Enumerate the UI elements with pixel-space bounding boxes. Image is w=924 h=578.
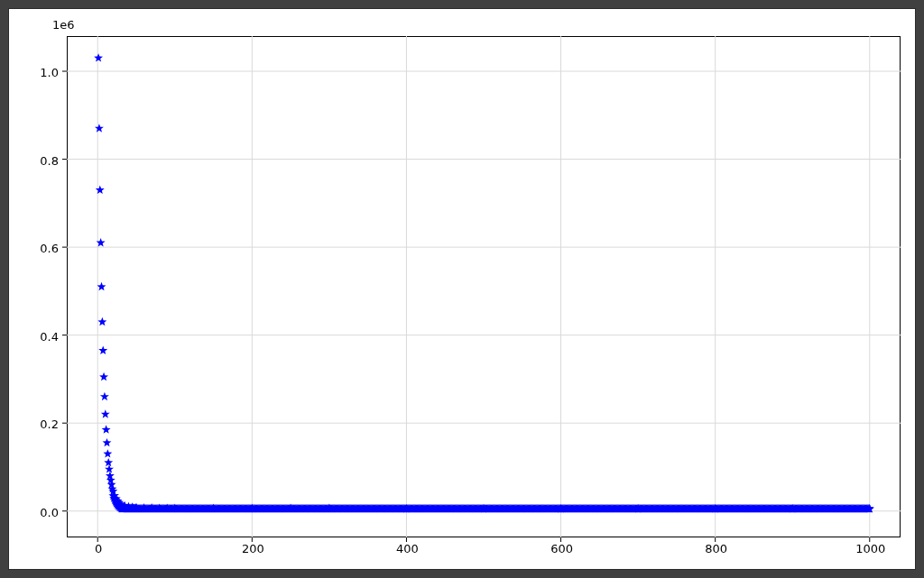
y-tick-label: 0.2 [40, 417, 59, 431]
gridlines [67, 36, 901, 537]
x-tick-label: 200 [242, 542, 264, 555]
y-tick-label: 0.4 [40, 329, 59, 343]
x-tick-label: 600 [550, 542, 573, 555]
plot-area: 020040060080010000.00.20.40.60.81.0 [67, 36, 901, 537]
y-tick-label: 0.6 [40, 242, 59, 255]
figure-frame: 1e6 020040060080010000.00.20.40.60.81.0 [9, 9, 915, 569]
y-tick-label: 0.8 [40, 153, 59, 167]
data-points [94, 53, 874, 512]
x-tick-label: 400 [396, 542, 419, 555]
y-axis-offset-text: 1e6 [52, 18, 75, 32]
x-tick-label: 800 [705, 542, 727, 555]
tick-marks [62, 71, 870, 542]
x-tick-label: 0 [95, 542, 102, 555]
y-tick-label: 1.0 [40, 66, 59, 79]
plot-svg [67, 36, 902, 539]
y-tick-label: 0.0 [40, 505, 59, 518]
x-tick-label: 1000 [855, 542, 885, 555]
